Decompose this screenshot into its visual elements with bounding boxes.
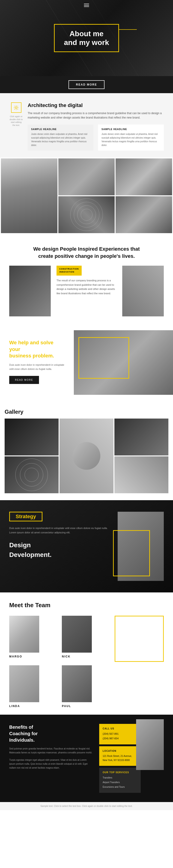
team-yellow-box	[115, 616, 164, 662]
business-title-line2: business	[9, 353, 31, 359]
business-right	[74, 330, 173, 395]
linda-photo	[9, 665, 39, 702]
design-badge: CONSTRUCTION INNOVATION	[57, 266, 82, 276]
photo-hands	[58, 158, 115, 195]
svg-point-3	[15, 107, 17, 108]
nick-photo	[62, 616, 92, 653]
svg-line-8	[14, 106, 15, 106]
gallery-cell-3	[114, 418, 168, 456]
gallery-grid	[5, 418, 168, 493]
strategy-label: Strategy	[16, 514, 36, 520]
footer-note: Sample text. Click to select the text bo…	[0, 802, 173, 810]
design-section: We design People Inspired Experiences th…	[0, 234, 173, 323]
business-img	[74, 330, 173, 395]
hero-readmore-section: READ MORE	[0, 76, 173, 93]
services-box: OUR TOP SERVICES Transfers Airport Trans…	[99, 768, 141, 793]
photo-woman	[1, 158, 57, 233]
hero-banner: About me and my work	[0, 0, 173, 76]
design-img-right	[122, 266, 164, 316]
gallery-title: Gallery	[5, 409, 168, 415]
team-member-margo: MARGO	[9, 616, 58, 658]
arch-icon	[11, 102, 22, 113]
hero-content: About me and my work	[54, 24, 119, 52]
call-us-box: CALL US (204) 567-891 (204) 987-654	[99, 724, 141, 744]
gallery-cell-5	[114, 456, 168, 493]
business-section: We help and solve your business problem.…	[0, 323, 173, 402]
service-item-0: Transfers	[103, 776, 137, 780]
photo-5	[116, 196, 172, 233]
business-left: We help and solve your business problem.…	[0, 330, 74, 395]
photo-spiral	[58, 196, 115, 233]
spiral-svg	[58, 196, 115, 233]
svg-point-14	[77, 206, 96, 224]
hero-title: About me and my work	[64, 29, 109, 47]
design-title: We design People Inspired Experiences th…	[9, 246, 164, 260]
hero-readmore-button[interactable]: READ MORE	[68, 80, 104, 89]
gallery-spiral	[5, 456, 59, 493]
arch-two-cols: SAMPLE HEADLINE Justo donec enim diam vu…	[28, 125, 164, 151]
strategy-layout: Strategy Duis aute irure dolor in repreh…	[9, 512, 164, 581]
arch-click-text: Click again or double click to start edi…	[9, 115, 23, 127]
strategy-yellow-frame	[113, 530, 150, 576]
design-grid: CONSTRUCTION INNOVATION The result of ou…	[9, 266, 164, 316]
photo-1	[1, 158, 57, 233]
service-item-2: Excursions and Tours	[103, 785, 137, 789]
location-address: 121 Rock Street, 21 Avenue, New York, NY…	[103, 754, 137, 763]
linda-name: LINDA	[9, 705, 20, 708]
team-member-paul: PAUL	[62, 665, 111, 708]
call-us-label: CALL US	[103, 727, 137, 730]
col2-text: Justo donec enim diam vulputate ut phare…	[102, 132, 160, 147]
margo-photo	[9, 616, 39, 653]
arch-col-2: SAMPLE HEADLINE Justo donec enim diam vu…	[98, 125, 164, 151]
design-text: The result of our company branding proce…	[57, 278, 116, 296]
hero-title-box: About me and my work	[54, 24, 119, 52]
team-row-2: LINDA PAUL	[9, 665, 164, 708]
margo-name: MARGO	[9, 655, 22, 658]
business-title-highlight: problem.	[33, 353, 54, 359]
svg-point-17	[20, 463, 43, 486]
gallery-cell-1	[5, 418, 59, 456]
gallery-cell-4	[5, 456, 59, 493]
services-list: Transfers Airport Transfers Excursions a…	[103, 776, 137, 789]
menu-line	[84, 5, 89, 5]
photo-2	[58, 158, 115, 195]
benefits-section: Benefits of Coaching for Individuals. Se…	[0, 715, 173, 802]
nick-name: NICK	[62, 655, 70, 658]
gallery-section: Gallery	[0, 402, 173, 500]
svg-point-15	[81, 209, 92, 220]
gallery-spiral-svg	[5, 456, 59, 493]
strategy-box: Strategy	[9, 512, 42, 521]
arch-col-1: SAMPLE HEADLINE Justo donec enim diam vu…	[28, 125, 93, 151]
hamburger-menu[interactable]	[84, 3, 89, 8]
location-box: LOCATION 121 Rock Street, 21 Avenue, New…	[99, 746, 141, 766]
benefits-title: Benefits of Coaching for Individuals.	[9, 724, 92, 743]
arch-left-col: Click again or double click to start edi…	[9, 102, 23, 151]
svg-point-12	[70, 198, 103, 231]
service-item-1: Airport Transfers	[103, 780, 137, 785]
menu-line	[84, 4, 89, 4]
strategy-text: Duis aute irure dolor in reprehenderit i…	[9, 526, 111, 534]
team-row-1: MARGO NICK	[9, 616, 164, 662]
phone-1: (204) 567-891	[103, 732, 137, 736]
svg-line-10	[18, 106, 18, 106]
hero-section: About me and my work	[0, 0, 173, 76]
business-readmore-button[interactable]: READ MORE	[9, 376, 39, 384]
team-section: Meet the Team MARGO NICK LINDA PAUL	[0, 592, 173, 715]
arch-title: Architecting the digital	[28, 102, 164, 108]
business-title-line1: We help and solve your	[9, 340, 54, 352]
hero-yellow-line	[118, 29, 137, 30]
paul-name: PAUL	[62, 705, 71, 708]
team-member-linda: LINDA	[9, 665, 58, 708]
benefits-text-2: Turpis egestas integer eget aliquet nibh…	[9, 758, 92, 770]
benefits-text-1: Sed pulvinar proin gravida hendrerit lec…	[9, 747, 92, 754]
business-text: Duis aute irure dolor in reprehenderit i…	[9, 363, 65, 371]
svg-point-16	[16, 459, 48, 491]
benefits-right: CALL US (204) 567-891 (204) 987-654 LOCA…	[99, 724, 164, 793]
col2-headline: SAMPLE HEADLINE	[102, 128, 160, 130]
strategy-development: Development.	[9, 551, 111, 559]
strategy-person-img	[118, 512, 164, 581]
paul-photo	[62, 665, 92, 702]
arch-right-col: Architecting the digital The result of o…	[28, 102, 164, 151]
strategy-content: Strategy Duis aute irure dolor in repreh…	[9, 512, 164, 581]
photo-city	[116, 158, 172, 195]
